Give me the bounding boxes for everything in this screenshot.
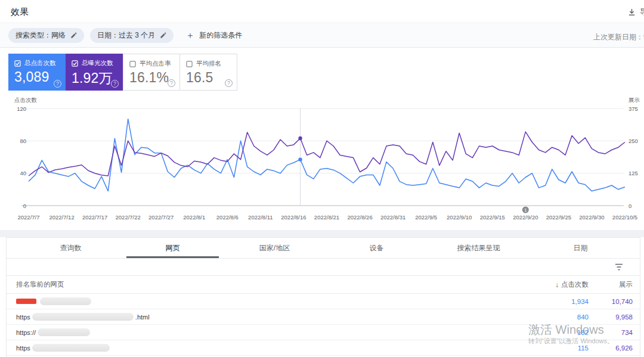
help-icon[interactable]: ? <box>225 79 233 87</box>
dimensions-table-card: 查询数网页国家/地区设备搜索结果呈现日期 排名靠前的网页 ↓ 点击次数 展示 1… <box>6 237 640 357</box>
url-cell[interactable] <box>16 297 534 305</box>
sort-descending-icon: ↓ <box>555 281 559 289</box>
x-axis-date-label: 2022/7/17 <box>82 214 107 221</box>
column-header-impressions[interactable]: 展示 <box>589 280 633 289</box>
x-axis-date-label: 2022/9/5 <box>415 214 437 221</box>
checkbox-unchecked-icon[interactable] <box>186 61 193 67</box>
impressions-value: 734 <box>589 329 633 336</box>
metric-card-total-clicks[interactable]: 总点击次数 3,089 ? <box>8 54 66 91</box>
x-axis-date-label: 2022/9/15 <box>480 214 505 221</box>
tab-queries[interactable]: 查询数 <box>20 238 122 258</box>
metric-card-total-impressions[interactable]: 总曝光次数 1.92万 ? <box>66 54 123 91</box>
x-axis-date-label: 2022/9/10 <box>447 214 472 221</box>
redacted-url-blur <box>38 328 90 336</box>
clicks-value: 840 <box>534 313 589 321</box>
metric-card-avg-position[interactable]: 平均排名 16.5 ? <box>180 54 237 91</box>
x-axis-date-label: 2022/7/22 <box>116 214 141 221</box>
table-row[interactable]: https1156,926 <box>7 340 640 356</box>
search-console-performance-page: 效果 导出 搜索类型：网络 日期：过去 3 个月 ＋ <box>0 0 644 357</box>
table-row[interactable]: https.html8409,958 <box>7 309 640 325</box>
edit-pencil-icon <box>160 32 166 39</box>
redacted-red-bar <box>16 299 36 304</box>
x-axis-date-label: 2022/8/26 <box>347 214 372 221</box>
x-axis-date-label: 2022/8/31 <box>380 214 405 221</box>
clicks-value: 182 <box>534 329 589 336</box>
x-axis-date-label: 2022/9/25 <box>546 214 571 221</box>
table-filter-row <box>7 259 640 276</box>
clicks-hover-dot <box>298 157 302 161</box>
export-button[interactable]: 导出 <box>627 7 644 17</box>
checkbox-unchecked-icon[interactable] <box>129 61 136 67</box>
tab-devices[interactable]: 设备 <box>326 238 428 258</box>
column-header-clicks-label: 点击次数 <box>561 280 589 289</box>
filter-chip-date-range[interactable]: 日期：过去 3 个月 <box>90 28 174 43</box>
filter-chip-label: 搜索类型：网络 <box>16 30 66 41</box>
left-axis-tick: 0 <box>23 203 26 209</box>
x-axis-date-label: 2022/8/1 <box>183 214 205 221</box>
right-axis-tick: 375 <box>628 105 638 112</box>
tab-dates[interactable]: 日期 <box>530 238 631 258</box>
annotation-badge-label: 1 <box>524 207 527 213</box>
url-cell[interactable]: https:// <box>16 328 534 336</box>
export-label: 导出 <box>640 7 644 17</box>
checkbox-checked-icon[interactable] <box>14 60 21 67</box>
page-title: 效果 <box>11 7 29 18</box>
table-row[interactable]: 1,93410,740 <box>7 294 640 309</box>
metric-label: 平均排名 <box>196 60 221 68</box>
impressions-value: 6,926 <box>589 344 633 352</box>
right-axis-tick: 125 <box>628 170 638 176</box>
impressions-hover-dot <box>298 136 302 140</box>
checkbox-checked-icon[interactable] <box>72 60 78 67</box>
x-axis-date-label: 2022/10/5 <box>612 214 637 221</box>
redacted-url-blur <box>40 297 91 305</box>
help-icon[interactable]: ? <box>54 80 61 88</box>
url-prefix: https <box>16 313 30 321</box>
right-axis-title: 展示 <box>628 97 640 103</box>
url-cell[interactable]: https <box>16 344 534 352</box>
filter-chip-label: 日期：过去 3 个月 <box>97 30 155 41</box>
impressions-value: 10,740 <box>589 298 633 305</box>
x-axis-date-label: 2022/8/16 <box>281 214 306 221</box>
x-axis-date-label: 2022/9/30 <box>579 214 604 221</box>
x-axis-date-label: 2022/9/20 <box>513 214 538 221</box>
url-prefix: https <box>16 344 30 352</box>
x-axis-date-label: 2022/8/21 <box>314 214 339 221</box>
url-suffix: .html <box>135 313 150 321</box>
clicks-value: 115 <box>534 344 589 352</box>
table-body: 1,93410,740https.html8409,958https://182… <box>7 294 640 356</box>
metric-label: 总曝光次数 <box>82 59 113 67</box>
metric-cards: 总点击次数 3,089 ? 总曝光次数 1.92万 ? 平均点击率 16.1% <box>8 54 237 91</box>
redacted-url-blur <box>32 313 134 321</box>
plus-icon: ＋ <box>185 30 194 41</box>
impressions-value: 9,958 <box>589 313 633 321</box>
clicks-value: 1,934 <box>534 298 589 305</box>
right-axis-tick: 250 <box>628 138 638 144</box>
left-axis-title: 点击次数 <box>14 97 38 103</box>
new-filter-button[interactable]: ＋ 新的筛选条件 <box>185 30 242 41</box>
table-row[interactable]: https://182734 <box>7 325 640 340</box>
tab-search-appearance[interactable]: 搜索结果呈现 <box>428 238 530 258</box>
x-axis-date-label: 2022/7/7 <box>18 214 40 221</box>
column-header-clicks[interactable]: ↓ 点击次数 <box>534 280 589 289</box>
tab-countries[interactable]: 国家/地区 <box>224 238 326 258</box>
last-updated-text: 上次更新日期：9小时前 <box>593 32 644 42</box>
new-filter-label: 新的筛选条件 <box>199 30 242 41</box>
tab-pages[interactable]: 网页 <box>122 238 224 258</box>
filter-chip-search-type[interactable]: 搜索类型：网络 <box>8 28 84 43</box>
x-axis-date-label: 2022/7/27 <box>148 214 174 221</box>
metric-label: 平均点击率 <box>140 60 171 68</box>
url-cell[interactable]: https.html <box>16 313 534 321</box>
performance-chart[interactable]: 004012580250120375点击次数展示12022/7/72022/7/… <box>0 95 644 230</box>
left-axis-tick: 120 <box>17 105 26 112</box>
help-icon[interactable]: ? <box>168 79 175 87</box>
filter-funnel-icon[interactable] <box>615 263 623 271</box>
help-icon[interactable]: ? <box>111 80 119 88</box>
column-header-dimension[interactable]: 排名靠前的网页 <box>16 280 534 289</box>
x-axis-date-label: 2022/8/6 <box>216 214 239 221</box>
metric-card-avg-ctr[interactable]: 平均点击率 16.1% ? <box>123 54 180 91</box>
dimension-tabs: 查询数网页国家/地区设备搜索结果呈现日期 <box>7 238 640 259</box>
redacted-url-blur <box>32 344 110 352</box>
edit-pencil-icon <box>70 32 77 39</box>
left-axis-tick: 40 <box>20 170 26 176</box>
filter-bar: 搜索类型：网络 日期：过去 3 个月 ＋ 新的筛选条件 上次更新日期：9小时前 <box>0 24 644 48</box>
